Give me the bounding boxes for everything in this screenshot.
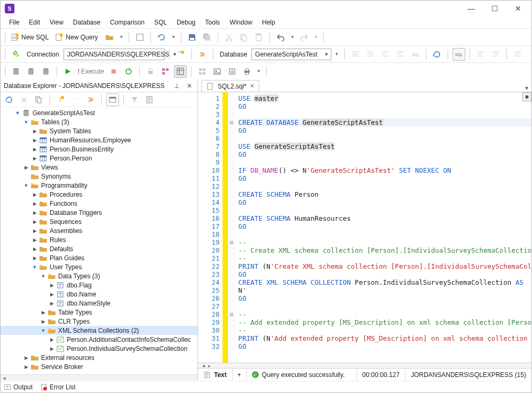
menu-window[interactable]: Window <box>225 18 257 27</box>
uncomment-button[interactable] <box>394 48 407 61</box>
undo-layout-icon[interactable] <box>155 31 168 44</box>
tree-item[interactable]: ▼User Types <box>1 262 197 271</box>
sql-format-icon[interactable]: SQL <box>452 48 465 61</box>
menu-help[interactable]: Help <box>258 18 280 27</box>
connection-icon[interactable] <box>10 48 22 61</box>
tree-item[interactable]: ▶Defaults <box>1 244 197 253</box>
menu-tools[interactable]: Tools <box>201 18 224 27</box>
undo-button[interactable] <box>274 31 287 44</box>
database-combo[interactable]: GenerateScriptAsTest ▼ <box>251 49 331 60</box>
tree-item[interactable]: ▶Sequences <box>1 217 197 226</box>
results-icon[interactable] <box>174 65 187 78</box>
dropdown-arrow-icon[interactable]: ▼ <box>118 35 124 39</box>
save-button[interactable] <box>186 31 198 44</box>
connect-icon[interactable] <box>196 48 209 61</box>
maximize-button[interactable]: ☐ <box>488 3 502 14</box>
image-icon[interactable] <box>211 65 224 78</box>
filter-icon[interactable] <box>128 93 141 106</box>
outdent-button[interactable] <box>364 48 377 61</box>
tree-item[interactable]: ▶Procedures <box>1 190 197 199</box>
redo-button[interactable] <box>298 31 311 44</box>
new-db-icon[interactable] <box>54 93 67 106</box>
tree-item[interactable]: ▶Rules <box>1 235 197 244</box>
code-editor[interactable]: 1234567891011121314151617181920212223242… <box>198 92 531 363</box>
menu-view[interactable]: View <box>45 18 68 27</box>
tree-item[interactable]: ▶Database Triggers <box>1 208 197 217</box>
split-nub-icon[interactable]: ▦ <box>522 92 531 101</box>
save-all-button[interactable] <box>201 31 213 44</box>
cut-button[interactable] <box>223 31 235 44</box>
stop-button[interactable] <box>107 65 120 78</box>
align3-button[interactable] <box>511 48 524 61</box>
tree-item[interactable]: ▶Person.AdditionalContactInfoSchemaColle… <box>1 335 197 344</box>
tree-item[interactable]: ▶dbo.Name <box>1 290 197 299</box>
tree-item[interactable]: ▶Service Broker <box>1 362 197 371</box>
menu-debug[interactable]: Debug <box>172 18 200 27</box>
new-sql-button[interactable]: SQL New SQL <box>10 31 52 44</box>
properties-icon[interactable] <box>143 93 156 106</box>
dropdown-arrow-icon[interactable]: ▼ <box>289 35 296 39</box>
open-button[interactable] <box>103 31 116 44</box>
toolbar-btn-1[interactable] <box>133 31 146 44</box>
tab-overflow-icon[interactable]: ▾ <box>522 84 531 92</box>
case-button[interactable]: Aa <box>409 48 422 61</box>
new-connection-icon[interactable] <box>174 48 187 61</box>
tree-item[interactable]: ▶Assemblies <box>1 226 197 235</box>
tree-item[interactable]: ▼GenerateScriptAsTest <box>1 108 197 117</box>
refresh-icon[interactable] <box>431 48 443 61</box>
pin-icon[interactable]: ⊥ <box>172 82 181 90</box>
connect-tree-icon[interactable] <box>84 93 97 106</box>
output-tab[interactable]: Output <box>4 383 33 391</box>
tree-item[interactable]: ▶CLR Types <box>1 317 197 326</box>
tree-item[interactable]: ▶System Tables <box>1 126 197 135</box>
dropdown-arrow-icon[interactable]: ▼ <box>313 35 319 39</box>
error-list-tab[interactable]: Error List <box>40 383 76 391</box>
tree-item[interactable]: ▶External resources <box>1 353 197 362</box>
dropdown-arrow-icon[interactable]: ▼ <box>170 35 177 39</box>
window-icon[interactable] <box>106 93 119 106</box>
menu-edit[interactable]: Edit <box>25 18 44 27</box>
tree-item[interactable]: ▼Data Types (3) <box>1 271 197 280</box>
minimize-button[interactable]: — <box>464 3 478 14</box>
editor-tab[interactable]: SQL2.sql* ✕ <box>201 80 259 92</box>
dropdown-arrow-icon[interactable]: ▼ <box>256 69 262 74</box>
run-button[interactable] <box>61 65 74 78</box>
code-area[interactable]: USE masterGO CREATE DATABASE GenerateScr… <box>235 92 531 363</box>
paste-button[interactable] <box>252 31 265 44</box>
align2-button[interactable] <box>489 48 502 61</box>
tab-close-icon[interactable]: ✕ <box>250 83 255 90</box>
export-icon[interactable] <box>226 65 239 78</box>
grid-icon[interactable] <box>196 65 209 78</box>
schema-icon[interactable] <box>159 65 172 78</box>
tree-item[interactable]: ▶Table Types <box>1 308 197 317</box>
menu-file[interactable]: File <box>5 18 23 27</box>
refresh-tree-icon[interactable] <box>3 93 15 106</box>
menu-database[interactable]: Database <box>69 18 105 27</box>
indent-button[interactable] <box>349 48 362 61</box>
cycle-button[interactable] <box>122 65 135 78</box>
disconnect-icon[interactable] <box>69 93 82 106</box>
tree-item[interactable]: ▼Tables (3) <box>1 117 197 126</box>
db-icon-3[interactable] <box>39 65 52 78</box>
tree-item[interactable]: ▼Programmability <box>1 181 197 190</box>
connection-combo[interactable]: JORDANSANDERS\SQLEXPRESS ▼ <box>63 49 165 60</box>
new-query-button[interactable]: New Query <box>54 31 101 44</box>
dropdown-arrow-icon[interactable]: ▼ <box>334 52 340 57</box>
fold-column[interactable]: ⊟⊟⊟ <box>228 92 235 363</box>
security-icon[interactable] <box>144 65 157 78</box>
tree-item[interactable]: ▶HumanResources.Employee <box>1 135 197 145</box>
explorer-tree[interactable]: ▼GenerateScriptAsTest▼Tables (3)▶System … <box>1 107 197 374</box>
tree-item[interactable]: ▶dbo.NameStyle <box>1 299 197 308</box>
copy-button[interactable] <box>237 31 250 44</box>
tree-item[interactable]: ▶Plan Guides <box>1 253 197 262</box>
db-icon-1[interactable] <box>10 65 22 78</box>
delete-tree-icon[interactable] <box>18 93 30 106</box>
align-button[interactable] <box>474 48 487 61</box>
tree-item[interactable]: ▶Functions <box>1 199 197 208</box>
text-tab[interactable]: Text <box>198 368 233 381</box>
execute-button[interactable]: ! Execute <box>76 65 105 78</box>
tree-item[interactable]: ▶Views <box>1 163 197 172</box>
close-panel-icon[interactable]: ✕ <box>185 82 194 90</box>
db-icon-2[interactable] <box>25 65 37 78</box>
menu-sql[interactable]: SQL <box>150 18 171 27</box>
